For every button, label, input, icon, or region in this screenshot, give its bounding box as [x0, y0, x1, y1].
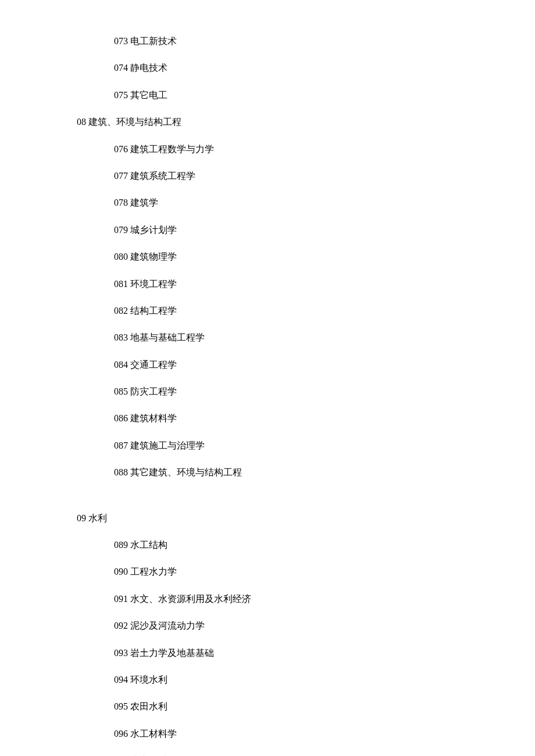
- section-08: 08 建筑、环境与结构工程 076 建筑工程数学与力学 077 建筑系统工程学 …: [0, 116, 535, 479]
- list-item: 075 其它电工: [0, 89, 535, 102]
- list-item: 091 水文、水资源利用及水利经济: [0, 593, 535, 605]
- category-header: 08 建筑、环境与结构工程: [0, 116, 535, 128]
- list-item: 080 建筑物理学: [0, 250, 535, 263]
- list-item: 089 水工结构: [0, 539, 535, 551]
- list-item: 084 交通工程学: [0, 359, 535, 371]
- list-item: 087 建筑施工与治理学: [0, 439, 535, 452]
- list-item: 073 电工新技术: [0, 35, 535, 48]
- list-item: 077 建筑系统工程学: [0, 170, 535, 182]
- section-09: 09 水利 089 水工结构 090 工程水力学 091 水文、水资源利用及水利…: [0, 512, 535, 756]
- list-item: 086 建筑材料学: [0, 412, 535, 425]
- list-item: 085 防灾工程学: [0, 385, 535, 398]
- list-item: 081 环境工程学: [0, 278, 535, 291]
- list-item: 076 建筑工程数学与力学: [0, 143, 535, 156]
- document-page: 073 电工新技术 074 静电技术 075 其它电工 08 建筑、环境与结构工…: [0, 0, 535, 756]
- section-gap: [0, 493, 535, 507]
- list-item: 090 工程水力学: [0, 565, 535, 578]
- category-header: 09 水利: [0, 512, 535, 525]
- list-item: 093 岩土力学及地基基础: [0, 647, 535, 660]
- list-item: 078 建筑学: [0, 196, 535, 209]
- list-item: 074 静电技术: [0, 62, 535, 74]
- list-item: 092 泥沙及河流动力学: [0, 619, 535, 632]
- list-item: 079 城乡计划学: [0, 224, 535, 237]
- leading-subitems: 073 电工新技术 074 静电技术 075 其它电工: [0, 35, 535, 102]
- list-item: 096 水工材料学: [0, 728, 535, 740]
- list-item: 095 农田水利: [0, 700, 535, 713]
- list-item: 094 环境水利: [0, 673, 535, 686]
- list-item: 082 结构工程学: [0, 304, 535, 317]
- list-item: 083 地基与基础工程学: [0, 331, 535, 344]
- list-item: 088 其它建筑、环境与结构工程: [0, 466, 535, 479]
